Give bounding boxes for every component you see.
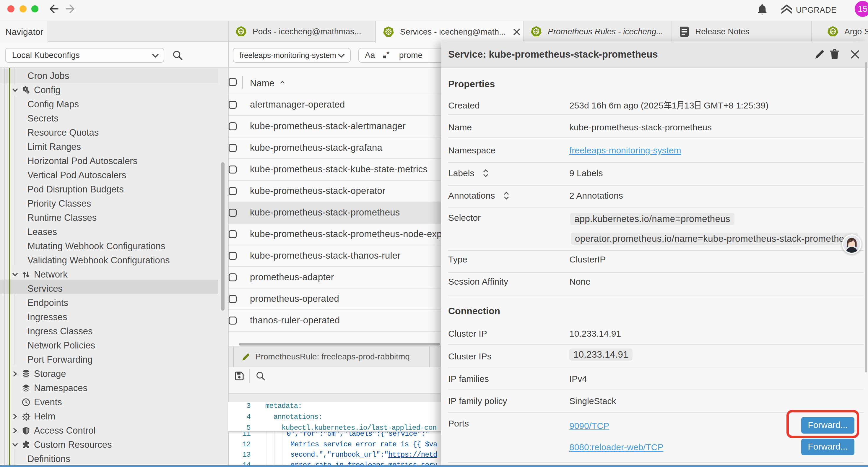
svg-text:*: * [386, 52, 390, 59]
